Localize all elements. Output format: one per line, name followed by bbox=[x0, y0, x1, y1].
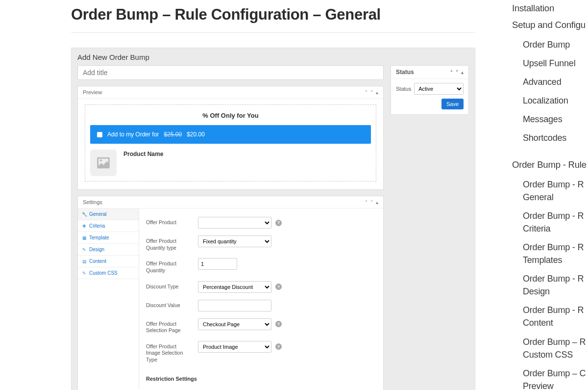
sidebar-subitem[interactable]: Order Bump - R Content bbox=[523, 301, 588, 332]
help-icon[interactable]: ? bbox=[275, 220, 282, 226]
offer-new-price: $20.00 bbox=[187, 131, 205, 138]
product-thumbnail bbox=[90, 150, 117, 176]
qty-label: Offer Product Quantity bbox=[146, 258, 192, 274]
chevron-up-icon[interactable]: ˄ bbox=[365, 90, 368, 95]
sidebar-subitem[interactable]: Messages bbox=[523, 110, 588, 129]
tab-criteria[interactable]: ✚Criteria bbox=[78, 220, 139, 232]
status-metabox: Status ˄ ˅ ▴ Status Active bbox=[391, 65, 469, 115]
content-icon: ▤ bbox=[82, 259, 87, 264]
image-type-select[interactable]: Product Image bbox=[198, 341, 271, 353]
settings-metabox: Settings ˄ ˅ ▴ 🔧General ✚Cri bbox=[77, 196, 384, 390]
plus-icon: ✚ bbox=[82, 224, 87, 229]
discount-value-label: Discount Value bbox=[146, 300, 192, 309]
restrict-order-count-hint: When enabled, you can restrict this Orde… bbox=[208, 388, 370, 390]
caret-up-icon[interactable]: ▴ bbox=[461, 70, 464, 75]
offer-product-label: Offer Product bbox=[146, 217, 192, 226]
status-header: Status bbox=[396, 69, 414, 76]
restriction-heading: Restriction Settings bbox=[146, 376, 376, 382]
wrench-icon: 🔧 bbox=[82, 212, 87, 217]
selection-page-label: Offer Product Selection Page bbox=[146, 318, 192, 334]
tab-custom-css[interactable]: ✎Custom CSS bbox=[78, 267, 139, 279]
caret-up-icon[interactable]: ▴ bbox=[376, 90, 378, 95]
preview-header: Preview bbox=[83, 89, 102, 95]
sidebar-subitem[interactable]: Shortcodes bbox=[523, 129, 588, 147]
tab-template[interactable]: ▦Template bbox=[78, 232, 139, 244]
sidebar-item-installation[interactable]: Installation bbox=[512, 0, 588, 17]
sidebar-subitem[interactable]: Order Bump - R Design bbox=[523, 269, 588, 301]
qty-type-select[interactable]: Fixed quantity bbox=[198, 235, 271, 247]
sidebar-subitem[interactable]: Advanced bbox=[523, 73, 588, 91]
admin-canvas: Add New Order Bump Preview ˄ ˅ bbox=[71, 48, 475, 390]
status-label: Status bbox=[396, 86, 411, 92]
settings-header: Settings bbox=[83, 199, 102, 205]
sidebar-subitem[interactable]: Order Bump - R Criteria bbox=[523, 207, 588, 238]
preview-metabox: Preview ˄ ˅ ▴ % Off Only for You bbox=[77, 86, 384, 190]
offer-bar[interactable]: Add to my Order for $25.00 $20.00 bbox=[90, 125, 371, 144]
image-type-label: Offer Product Image Selection Type bbox=[146, 341, 192, 364]
title-input[interactable] bbox=[77, 65, 384, 80]
status-select[interactable]: Active bbox=[414, 83, 464, 95]
tab-design[interactable]: ✎Design bbox=[78, 244, 139, 256]
discount-value-input[interactable] bbox=[198, 300, 271, 312]
sidebar-subitem[interactable]: Order Bump - R Templates bbox=[523, 238, 588, 269]
caret-up-icon[interactable]: ▴ bbox=[376, 200, 378, 205]
chevron-down-icon[interactable]: ˅ bbox=[456, 70, 458, 75]
sidebar-subitem[interactable]: Order Bump – R Custom CSS bbox=[523, 333, 588, 364]
restrict-order-count-label: Restrict the Offer based on Order Count bbox=[146, 388, 192, 390]
sidebar-subitem[interactable]: Order Bump – C Preview bbox=[523, 364, 588, 390]
qty-type-label: Offer Product Quantity type bbox=[146, 235, 192, 251]
offer-product-select[interactable] bbox=[198, 217, 271, 229]
sidebar-subitem[interactable]: Order Bump - R General bbox=[523, 175, 588, 207]
tab-content[interactable]: ▤Content bbox=[78, 256, 139, 267]
settings-vertical-tabs: 🔧General ✚Criteria ▦Template ✎Design ▤Co… bbox=[78, 208, 139, 390]
settings-form: Offer Product ? Offer Product Quantity t… bbox=[139, 208, 383, 390]
sidebar-item-rule[interactable]: Order Bump - Rule bbox=[512, 156, 588, 173]
offer-checkbox-icon[interactable] bbox=[97, 132, 102, 137]
pencil-icon: ✎ bbox=[82, 247, 87, 252]
discount-type-label: Discount Type bbox=[146, 281, 192, 290]
template-icon: ▦ bbox=[82, 235, 87, 240]
chevron-up-icon[interactable]: ˄ bbox=[450, 70, 453, 75]
help-icon[interactable]: ? bbox=[275, 321, 282, 327]
selection-page-select[interactable]: Checkout Page bbox=[198, 318, 271, 330]
help-icon[interactable]: ? bbox=[275, 284, 282, 290]
discount-type-select[interactable]: Percentage Discount bbox=[198, 281, 271, 293]
offer-old-price: $25.00 bbox=[164, 131, 182, 138]
save-button[interactable]: Save bbox=[441, 99, 464, 109]
doc-sidebar: Installation Setup and Configu Order Bum… bbox=[475, 0, 588, 390]
help-icon[interactable]: ? bbox=[275, 343, 282, 350]
sidebar-subitem[interactable]: Order Bump bbox=[523, 35, 588, 54]
offer-prefix: Add to my Order for bbox=[107, 131, 159, 138]
preview-headline: % Off Only for You bbox=[90, 110, 371, 125]
code-icon: ✎ bbox=[82, 271, 87, 276]
chevron-down-icon[interactable]: ˅ bbox=[370, 90, 373, 95]
sidebar-subitem[interactable]: Upsell Funnel bbox=[523, 54, 588, 73]
sidebar-subitem[interactable]: Localization bbox=[523, 91, 588, 110]
qty-input[interactable] bbox=[198, 258, 237, 270]
chevron-up-icon[interactable]: ˄ bbox=[365, 200, 368, 205]
tab-general[interactable]: 🔧General bbox=[78, 208, 139, 220]
sidebar-item-setup[interactable]: Setup and Configu bbox=[512, 17, 588, 33]
image-placeholder-icon bbox=[95, 155, 112, 171]
page-title: Order Bump – Rule Configuration – Genera… bbox=[71, 0, 475, 33]
product-name: Product Name bbox=[123, 150, 163, 157]
admin-heading: Add New Order Bump bbox=[72, 48, 475, 65]
chevron-down-icon[interactable]: ˅ bbox=[370, 200, 373, 205]
